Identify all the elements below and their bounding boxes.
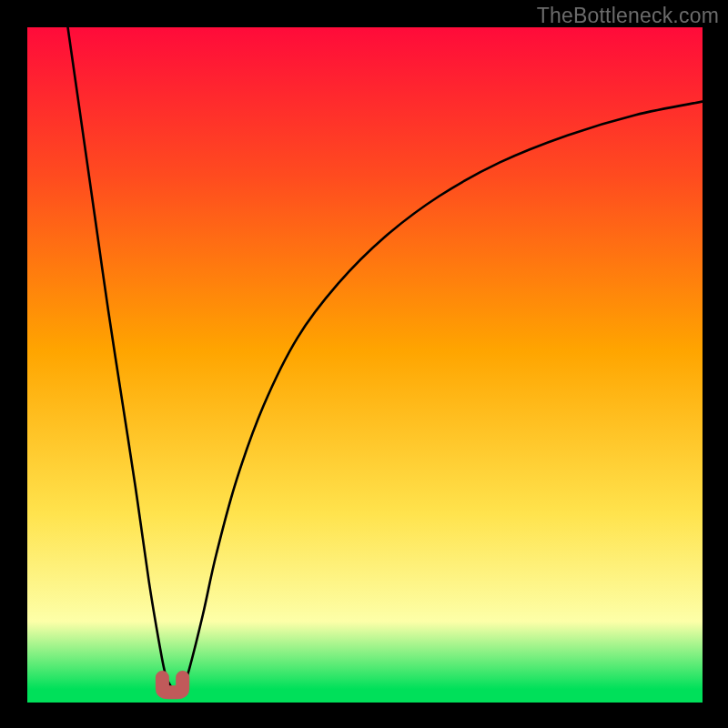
- gradient-plot-area: [27, 27, 703, 703]
- watermark-text: TheBottleneck.com: [537, 4, 719, 28]
- chart-stage: TheBottleneck.com: [0, 0, 728, 728]
- bottleneck-chart: [0, 0, 728, 728]
